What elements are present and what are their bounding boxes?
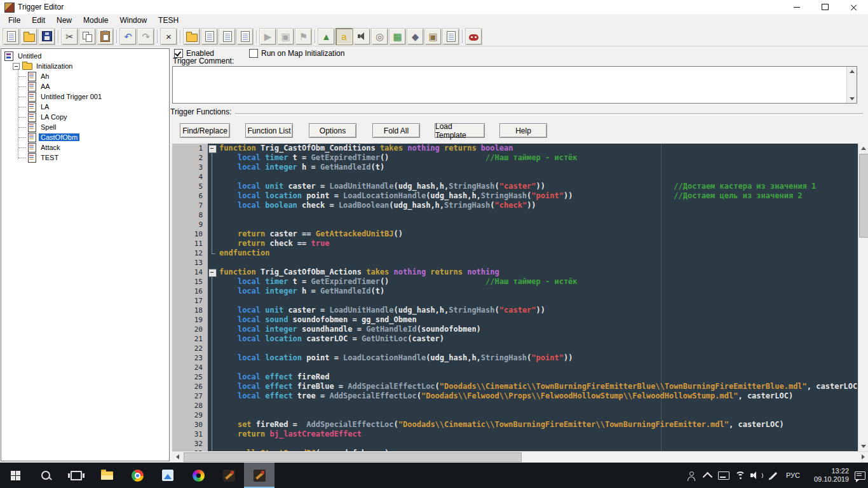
tree-item-castofobm[interactable]: CastOfObm bbox=[1, 132, 169, 142]
code-text bbox=[217, 210, 858, 220]
action-center-button[interactable] bbox=[851, 463, 868, 488]
undo-icon: ↶ bbox=[124, 32, 132, 41]
line-number: 21 bbox=[172, 334, 208, 344]
network-button[interactable] bbox=[732, 463, 749, 488]
new-comment-icon bbox=[223, 31, 232, 42]
comment-scrollbar[interactable] bbox=[846, 67, 857, 103]
color-wheel-app-button[interactable] bbox=[183, 463, 214, 488]
taskbar-clock[interactable]: 13:22 09.10.2019 bbox=[804, 463, 851, 488]
trigger-editor-button[interactable]: a bbox=[336, 28, 353, 45]
tree-item-untitled-trigger-001[interactable]: Untitled Trigger 001 bbox=[1, 92, 169, 102]
ai-editor-button[interactable]: ◆ bbox=[407, 28, 424, 45]
line-number: 3 bbox=[172, 163, 208, 172]
comment-scroll-down-button[interactable] bbox=[847, 94, 857, 103]
object-editor-button[interactable]: ◎ bbox=[371, 28, 388, 45]
new-script-button[interactable] bbox=[236, 28, 254, 45]
arrow-right-icon bbox=[862, 454, 865, 459]
button-fold-all[interactable]: Fold All bbox=[372, 123, 420, 138]
minimize-button[interactable] bbox=[782, 0, 811, 14]
paste-button[interactable] bbox=[97, 28, 114, 45]
search-button[interactable] bbox=[31, 463, 61, 488]
undo-button[interactable]: ↶ bbox=[119, 28, 137, 45]
editor-scroll-down-button[interactable] bbox=[858, 442, 868, 451]
trigger-tree[interactable]: Untitled Initialization AhAAUntitled Tri… bbox=[1, 48, 170, 461]
code-text bbox=[217, 172, 858, 182]
tree-item-ah[interactable]: Ah bbox=[1, 71, 169, 81]
fold-marker-icon[interactable] bbox=[208, 269, 217, 277]
copy-button[interactable] bbox=[79, 28, 96, 45]
redo-button[interactable]: ↷ bbox=[137, 28, 154, 45]
code-line: 12endfunction bbox=[172, 248, 858, 258]
new-category-button[interactable] bbox=[183, 28, 200, 45]
button-find-replace[interactable]: Find/Replace bbox=[180, 123, 230, 138]
menu-item-new[interactable]: New bbox=[51, 14, 78, 27]
tree-root[interactable]: Untitled bbox=[1, 51, 169, 61]
import-manager-button[interactable] bbox=[442, 28, 459, 45]
button-help[interactable]: Help bbox=[499, 123, 547, 138]
sound-editor-button[interactable] bbox=[353, 28, 370, 45]
tree-item-spell[interactable]: Spell bbox=[1, 122, 169, 132]
new-trigger-button[interactable] bbox=[201, 28, 218, 45]
file-explorer-button[interactable] bbox=[92, 463, 122, 488]
open-map-button[interactable] bbox=[20, 28, 37, 45]
editor-vertical-scrollbar[interactable] bbox=[858, 144, 868, 451]
world-editor-button[interactable] bbox=[214, 463, 244, 488]
test-map-button[interactable] bbox=[465, 28, 482, 45]
fold-column bbox=[208, 296, 217, 306]
language-indicator[interactable]: РУС bbox=[782, 463, 804, 488]
checkpoint-button[interactable]: ⚑ bbox=[295, 28, 312, 45]
tree-item-attack[interactable]: Attack bbox=[1, 142, 169, 152]
menu-item-file[interactable]: File bbox=[3, 14, 26, 27]
start-button[interactable] bbox=[0, 463, 31, 488]
menu-item-module[interactable]: Module bbox=[78, 14, 114, 27]
cut-button[interactable]: ✂ bbox=[61, 28, 78, 45]
tree-item-test[interactable]: TEST bbox=[1, 152, 169, 163]
editor-scroll-up-button[interactable] bbox=[858, 144, 868, 153]
delete-button[interactable]: × bbox=[160, 28, 177, 45]
button-options[interactable]: Options bbox=[309, 123, 356, 138]
touch-keyboard-button[interactable] bbox=[715, 463, 732, 488]
campaign-editor-button[interactable]: ▦ bbox=[389, 28, 406, 45]
editor-horizontal-scrollbar[interactable] bbox=[172, 451, 868, 461]
editor-scroll-right-button[interactable] bbox=[858, 452, 868, 461]
menu-item-edit[interactable]: Edit bbox=[26, 14, 51, 27]
fold-marker-icon[interactable] bbox=[208, 145, 217, 153]
vertical-scrollbar-thumb[interactable] bbox=[859, 154, 868, 238]
save-map-button[interactable] bbox=[38, 28, 55, 45]
tree-item-la[interactable]: LA bbox=[1, 102, 169, 112]
button-function-list[interactable]: Function List bbox=[245, 123, 293, 138]
collapse-expander-icon[interactable] bbox=[13, 63, 20, 70]
run-button[interactable]: ▶ bbox=[259, 28, 276, 45]
tree-category-initialization[interactable]: Initialization bbox=[1, 61, 169, 71]
button-load-template[interactable]: Load Template bbox=[435, 123, 485, 138]
code-text: return bj_lastCreatedEffect bbox=[217, 430, 858, 439]
code-editor[interactable]: 1function Trig_CastOfObm_Conditions take… bbox=[172, 144, 858, 451]
step-button[interactable]: ▣ bbox=[277, 28, 294, 45]
menu-item-tesh[interactable]: TESH bbox=[153, 14, 184, 27]
hidden-icons-button[interactable] bbox=[699, 463, 715, 488]
volume-button[interactable] bbox=[749, 463, 765, 488]
comment-scroll-up-button[interactable] bbox=[847, 67, 857, 76]
terrain-editor-button[interactable]: ▲ bbox=[318, 28, 335, 45]
close-button[interactable] bbox=[839, 0, 868, 14]
horizontal-scrollbar-thumb[interactable] bbox=[184, 452, 522, 462]
new-document-button[interactable] bbox=[3, 28, 20, 45]
run-on-init-checkbox[interactable] bbox=[249, 49, 258, 58]
trigger-comment-input[interactable] bbox=[173, 67, 846, 103]
taskbar-apps bbox=[0, 463, 275, 488]
object-manager-button[interactable]: ▣ bbox=[424, 28, 442, 45]
pen-button[interactable] bbox=[765, 463, 782, 488]
tree-item-label: Attack bbox=[39, 144, 62, 151]
tree-item-aa[interactable]: AA bbox=[1, 81, 169, 92]
maximize-button[interactable] bbox=[811, 0, 839, 14]
editor-scroll-left-button[interactable] bbox=[172, 452, 182, 461]
test-map-icon bbox=[469, 34, 478, 41]
world-editor-active-button[interactable] bbox=[244, 463, 275, 488]
task-view-button[interactable] bbox=[61, 463, 92, 488]
new-comment-button[interactable] bbox=[219, 28, 236, 45]
photos-app-button[interactable] bbox=[153, 463, 183, 488]
tree-item-la-copy[interactable]: LA Copy bbox=[1, 112, 169, 122]
chrome-button[interactable] bbox=[122, 463, 153, 488]
people-button[interactable] bbox=[682, 463, 699, 488]
menu-item-window[interactable]: Window bbox=[114, 14, 153, 27]
